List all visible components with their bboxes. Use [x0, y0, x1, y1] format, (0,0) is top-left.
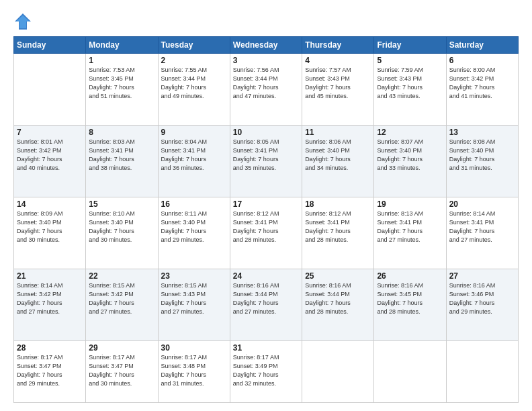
- day-number: 17: [233, 199, 299, 209]
- calendar-cell: 30Sunrise: 8:17 AMSunset: 3:48 PMDayligh…: [158, 340, 230, 402]
- weekday-header: Monday: [86, 37, 158, 54]
- calendar-cell: [446, 340, 518, 402]
- weekday-header: Tuesday: [158, 37, 230, 54]
- calendar-cell: 23Sunrise: 8:15 AMSunset: 3:43 PMDayligh…: [158, 269, 230, 340]
- calendar-cell: 2Sunrise: 7:55 AMSunset: 3:44 PMDaylight…: [158, 54, 230, 126]
- day-info: Sunrise: 8:17 AMSunset: 3:47 PMDaylight:…: [89, 353, 154, 388]
- calendar-cell: 27Sunrise: 8:16 AMSunset: 3:46 PMDayligh…: [446, 269, 518, 340]
- day-info: Sunrise: 8:08 AMSunset: 3:40 PMDaylight:…: [449, 138, 515, 173]
- calendar-week-row: 7Sunrise: 8:01 AMSunset: 3:42 PMDaylight…: [14, 125, 519, 197]
- calendar-week-row: 21Sunrise: 8:14 AMSunset: 3:42 PMDayligh…: [14, 269, 519, 340]
- calendar-cell: 16Sunrise: 8:11 AMSunset: 3:40 PMDayligh…: [158, 197, 230, 269]
- calendar-cell: 7Sunrise: 8:01 AMSunset: 3:42 PMDaylight…: [14, 125, 86, 197]
- day-number: 8: [89, 128, 154, 137]
- day-info: Sunrise: 8:17 AMSunset: 3:48 PMDaylight:…: [161, 353, 227, 388]
- calendar-cell: 5Sunrise: 7:59 AMSunset: 3:43 PMDaylight…: [374, 54, 446, 126]
- day-info: Sunrise: 8:12 AMSunset: 3:41 PMDaylight:…: [305, 210, 371, 244]
- weekday-header: Friday: [374, 37, 446, 54]
- calendar-cell: [302, 340, 374, 402]
- day-number: 5: [377, 56, 443, 65]
- day-info: Sunrise: 8:11 AMSunset: 3:40 PMDaylight:…: [161, 210, 227, 244]
- day-number: 24: [233, 271, 299, 281]
- calendar-week-row: 1Sunrise: 7:53 AMSunset: 3:45 PMDaylight…: [14, 54, 519, 126]
- day-info: Sunrise: 8:03 AMSunset: 3:41 PMDaylight:…: [89, 138, 154, 173]
- weekday-header: Sunday: [14, 37, 86, 54]
- day-info: Sunrise: 8:07 AMSunset: 3:40 PMDaylight:…: [377, 138, 443, 173]
- day-number: 20: [449, 199, 515, 209]
- day-number: 27: [449, 271, 515, 281]
- day-info: Sunrise: 8:14 AMSunset: 3:41 PMDaylight:…: [449, 210, 515, 244]
- header: [13, 12, 519, 31]
- day-number: 16: [161, 199, 227, 209]
- day-number: 1: [89, 56, 154, 65]
- logo: [13, 12, 35, 31]
- calendar-cell: 13Sunrise: 8:08 AMSunset: 3:40 PMDayligh…: [446, 125, 518, 197]
- calendar-cell: 9Sunrise: 8:04 AMSunset: 3:41 PMDaylight…: [158, 125, 230, 197]
- calendar-cell: 14Sunrise: 8:09 AMSunset: 3:40 PMDayligh…: [14, 197, 86, 269]
- day-info: Sunrise: 8:16 AMSunset: 3:44 PMDaylight:…: [305, 281, 371, 316]
- calendar-cell: 31Sunrise: 8:17 AMSunset: 3:49 PMDayligh…: [230, 340, 302, 402]
- svg-marker-1: [16, 15, 30, 28]
- calendar-cell: 24Sunrise: 8:16 AMSunset: 3:44 PMDayligh…: [230, 269, 302, 340]
- calendar-cell: 6Sunrise: 8:00 AMSunset: 3:42 PMDaylight…: [446, 54, 518, 126]
- day-number: 12: [377, 128, 443, 137]
- calendar-header-row: SundayMondayTuesdayWednesdayThursdayFrid…: [14, 37, 519, 54]
- calendar-cell: 29Sunrise: 8:17 AMSunset: 3:47 PMDayligh…: [86, 340, 158, 402]
- calendar-table: SundayMondayTuesdayWednesdayThursdayFrid…: [13, 36, 519, 403]
- day-info: Sunrise: 8:13 AMSunset: 3:41 PMDaylight:…: [377, 210, 443, 244]
- day-number: 29: [89, 343, 154, 353]
- calendar-cell: 25Sunrise: 8:16 AMSunset: 3:44 PMDayligh…: [302, 269, 374, 340]
- day-info: Sunrise: 7:59 AMSunset: 3:43 PMDaylight:…: [377, 66, 443, 101]
- calendar-week-row: 28Sunrise: 8:17 AMSunset: 3:47 PMDayligh…: [14, 340, 519, 402]
- day-number: 26: [377, 271, 443, 281]
- day-info: Sunrise: 8:12 AMSunset: 3:41 PMDaylight:…: [233, 210, 299, 244]
- day-info: Sunrise: 8:06 AMSunset: 3:40 PMDaylight:…: [305, 138, 371, 173]
- day-number: 22: [89, 271, 154, 281]
- calendar-cell: [374, 340, 446, 402]
- weekday-header: Thursday: [302, 37, 374, 54]
- calendar-cell: [14, 54, 86, 126]
- day-number: 4: [305, 56, 371, 65]
- day-info: Sunrise: 8:15 AMSunset: 3:42 PMDaylight:…: [89, 281, 154, 316]
- day-number: 10: [233, 128, 299, 137]
- logo-icon: [13, 12, 32, 31]
- calendar-cell: 3Sunrise: 7:56 AMSunset: 3:44 PMDaylight…: [230, 54, 302, 126]
- day-info: Sunrise: 8:01 AMSunset: 3:42 PMDaylight:…: [17, 138, 83, 173]
- day-number: 23: [161, 271, 227, 281]
- day-info: Sunrise: 7:57 AMSunset: 3:43 PMDaylight:…: [305, 66, 371, 101]
- day-info: Sunrise: 8:05 AMSunset: 3:41 PMDaylight:…: [233, 138, 299, 173]
- calendar-cell: 10Sunrise: 8:05 AMSunset: 3:41 PMDayligh…: [230, 125, 302, 197]
- day-number: 6: [449, 56, 515, 65]
- day-info: Sunrise: 8:17 AMSunset: 3:49 PMDaylight:…: [233, 353, 299, 388]
- day-info: Sunrise: 8:15 AMSunset: 3:43 PMDaylight:…: [161, 281, 227, 316]
- day-info: Sunrise: 8:16 AMSunset: 3:44 PMDaylight:…: [233, 281, 299, 316]
- day-number: 3: [233, 56, 299, 65]
- weekday-header: Saturday: [446, 37, 518, 54]
- calendar-cell: 20Sunrise: 8:14 AMSunset: 3:41 PMDayligh…: [446, 197, 518, 269]
- calendar-cell: 22Sunrise: 8:15 AMSunset: 3:42 PMDayligh…: [86, 269, 158, 340]
- day-number: 21: [17, 271, 83, 281]
- day-number: 31: [233, 343, 299, 353]
- day-info: Sunrise: 8:10 AMSunset: 3:40 PMDaylight:…: [89, 210, 154, 244]
- calendar-cell: 11Sunrise: 8:06 AMSunset: 3:40 PMDayligh…: [302, 125, 374, 197]
- day-info: Sunrise: 8:16 AMSunset: 3:45 PMDaylight:…: [377, 281, 443, 316]
- day-number: 7: [17, 128, 83, 137]
- day-number: 18: [305, 199, 371, 209]
- calendar-cell: 28Sunrise: 8:17 AMSunset: 3:47 PMDayligh…: [14, 340, 86, 402]
- day-info: Sunrise: 8:14 AMSunset: 3:42 PMDaylight:…: [17, 281, 83, 316]
- day-number: 9: [161, 128, 227, 137]
- day-info: Sunrise: 8:04 AMSunset: 3:41 PMDaylight:…: [161, 138, 227, 173]
- day-info: Sunrise: 8:17 AMSunset: 3:47 PMDaylight:…: [17, 353, 83, 388]
- day-info: Sunrise: 7:56 AMSunset: 3:44 PMDaylight:…: [233, 66, 299, 101]
- calendar-week-row: 14Sunrise: 8:09 AMSunset: 3:40 PMDayligh…: [14, 197, 519, 269]
- weekday-header: Wednesday: [230, 37, 302, 54]
- day-info: Sunrise: 7:55 AMSunset: 3:44 PMDaylight:…: [161, 66, 227, 101]
- day-info: Sunrise: 8:09 AMSunset: 3:40 PMDaylight:…: [17, 210, 83, 244]
- day-info: Sunrise: 8:16 AMSunset: 3:46 PMDaylight:…: [449, 281, 515, 316]
- calendar-cell: 26Sunrise: 8:16 AMSunset: 3:45 PMDayligh…: [374, 269, 446, 340]
- calendar-cell: 1Sunrise: 7:53 AMSunset: 3:45 PMDaylight…: [86, 54, 158, 126]
- calendar-cell: 21Sunrise: 8:14 AMSunset: 3:42 PMDayligh…: [14, 269, 86, 340]
- day-number: 30: [161, 343, 227, 353]
- calendar-cell: 18Sunrise: 8:12 AMSunset: 3:41 PMDayligh…: [302, 197, 374, 269]
- calendar-cell: 4Sunrise: 7:57 AMSunset: 3:43 PMDaylight…: [302, 54, 374, 126]
